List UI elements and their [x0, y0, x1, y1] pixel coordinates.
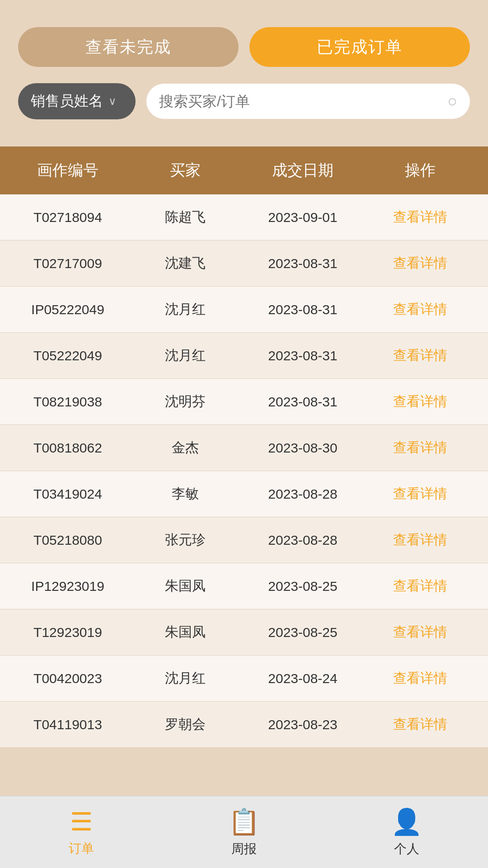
cell-action-button[interactable]: 查看详情: [361, 577, 479, 595]
cell-buyer: 沈明芬: [127, 392, 244, 411]
salesperson-label: 销售员姓名: [31, 91, 103, 111]
cell-buyer: 沈月红: [127, 346, 244, 365]
cell-date: 2023-08-31: [244, 256, 361, 271]
cell-date: 2023-08-23: [244, 717, 361, 732]
col-header-id: 画作编号: [9, 160, 127, 181]
weekly-icon: 📋: [228, 807, 260, 837]
search-input[interactable]: [159, 93, 440, 110]
cell-date: 2023-08-31: [244, 302, 361, 317]
cell-action-button[interactable]: 查看详情: [361, 392, 479, 411]
cell-action-button[interactable]: 查看详情: [361, 439, 479, 457]
cell-date: 2023-08-28: [244, 486, 361, 502]
orders-icon: ☰: [70, 807, 93, 836]
cell-id: T03419024: [9, 486, 127, 502]
cell-id: T12923019: [9, 625, 127, 640]
cell-action-button[interactable]: 查看详情: [361, 531, 479, 549]
cell-date: 2023-08-25: [244, 625, 361, 640]
nav-orders[interactable]: ☰ 订单: [0, 807, 163, 857]
cell-id: T00818062: [9, 440, 127, 456]
table-row: T00420023 沈月红 2023-08-24 查看详情: [0, 656, 488, 702]
cell-id: IP12923019: [9, 579, 127, 594]
cell-id: IP05222049: [9, 302, 127, 317]
cell-action-button[interactable]: 查看详情: [361, 715, 479, 734]
cell-action-button[interactable]: 查看详情: [361, 208, 479, 226]
cell-id: T04119013: [9, 717, 127, 732]
cell-id: T02718094: [9, 210, 127, 225]
table-body: T02718094 陈超飞 2023-09-01 查看详情 T02717009 …: [0, 194, 488, 748]
cell-id: T00420023: [9, 671, 127, 686]
search-box: ○: [146, 84, 470, 119]
table-row: T05218080 张元珍 2023-08-28 查看详情: [0, 517, 488, 563]
cell-date: 2023-08-25: [244, 579, 361, 594]
view-incomplete-button[interactable]: 查看未完成: [18, 27, 239, 67]
nav-profile-label: 个人: [394, 840, 419, 858]
cell-buyer: 李敏: [127, 485, 244, 503]
table-row: T05222049 沈月红 2023-08-31 查看详情: [0, 333, 488, 379]
col-header-action: 操作: [361, 160, 479, 181]
table-row: T08219038 沈明芬 2023-08-31 查看详情: [0, 379, 488, 425]
nav-weekly[interactable]: 📋 周报: [163, 807, 325, 858]
cell-id: T05218080: [9, 533, 127, 548]
nav-profile[interactable]: 👤 个人: [325, 807, 488, 858]
cell-action-button[interactable]: 查看详情: [361, 485, 479, 503]
cell-buyer: 沈月红: [127, 669, 244, 688]
cell-buyer: 张元珍: [127, 531, 244, 549]
cell-id: T05222049: [9, 348, 127, 363]
table-row: IP05222049 沈月红 2023-08-31 查看详情: [0, 287, 488, 333]
table-row: IP12923019 朱国凤 2023-08-25 查看详情: [0, 563, 488, 609]
cell-action-button[interactable]: 查看详情: [361, 300, 479, 319]
cell-id: T02717009: [9, 256, 127, 271]
top-section: 查看未完成 已完成订单 销售员姓名 ∨ ○: [0, 0, 488, 133]
table-row: T00818062 金杰 2023-08-30 查看详情: [0, 425, 488, 471]
table-row: T02717009 沈建飞 2023-08-31 查看详情: [0, 241, 488, 287]
cell-buyer: 朱国凤: [127, 577, 244, 595]
chevron-down-icon: ∨: [108, 95, 117, 108]
table-header: 画作编号 买家 成交日期 操作: [0, 146, 488, 194]
cell-date: 2023-08-31: [244, 348, 361, 363]
cell-action-button[interactable]: 查看详情: [361, 346, 479, 365]
cell-date: 2023-08-24: [244, 671, 361, 686]
cell-buyer: 沈月红: [127, 300, 244, 319]
salesperson-dropdown[interactable]: 销售员姓名 ∨: [18, 83, 136, 119]
view-complete-button[interactable]: 已完成订单: [249, 27, 470, 67]
button-row: 查看未完成 已完成订单: [18, 27, 470, 67]
cell-buyer: 金杰: [127, 439, 244, 457]
cell-buyer: 陈超飞: [127, 208, 244, 226]
col-header-buyer: 买家: [127, 160, 244, 181]
col-header-date: 成交日期: [244, 160, 361, 181]
cell-date: 2023-08-28: [244, 533, 361, 548]
cell-buyer: 罗朝会: [127, 715, 244, 734]
cell-buyer: 朱国凤: [127, 623, 244, 642]
profile-icon: 👤: [391, 807, 422, 837]
nav-orders-label: 订单: [69, 840, 94, 857]
nav-weekly-label: 周报: [231, 840, 257, 858]
cell-id: T08219038: [9, 394, 127, 410]
table-row: T04119013 罗朝会 2023-08-23 查看详情: [0, 702, 488, 748]
cell-date: 2023-09-01: [244, 210, 361, 225]
table-row: T12923019 朱国凤 2023-08-25 查看详情: [0, 609, 488, 656]
table-row: T02718094 陈超飞 2023-09-01 查看详情: [0, 194, 488, 241]
cell-action-button[interactable]: 查看详情: [361, 254, 479, 273]
table-row: T03419024 李敏 2023-08-28 查看详情: [0, 471, 488, 517]
bottom-navigation: ☰ 订单 📋 周报 👤 个人: [0, 796, 488, 868]
search-icon: ○: [447, 92, 457, 111]
cell-date: 2023-08-30: [244, 440, 361, 456]
filter-row: 销售员姓名 ∨ ○: [18, 83, 470, 119]
cell-action-button[interactable]: 查看详情: [361, 669, 479, 688]
cell-buyer: 沈建飞: [127, 254, 244, 273]
cell-action-button[interactable]: 查看详情: [361, 623, 479, 642]
orders-table: 画作编号 买家 成交日期 操作 T02718094 陈超飞 2023-09-01…: [0, 146, 488, 748]
cell-date: 2023-08-31: [244, 394, 361, 410]
